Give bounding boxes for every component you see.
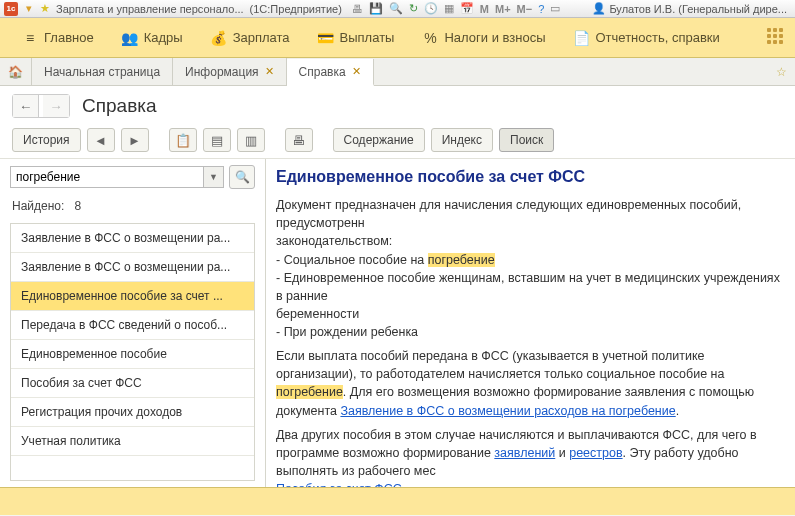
index-button[interactable]: Индекс [431,128,493,152]
money-icon: 💰 [211,30,227,46]
people-icon: 👥 [122,30,138,46]
menu-icon: ≡ [22,30,38,46]
scale-mminus-icon[interactable]: M− [517,3,533,15]
txt: Документ предназначен для начисления сле… [276,198,741,230]
save-icon[interactable]: 💾 [369,2,383,15]
titlebar: 1c ▾ ★ Зарплата и управление персонало..… [0,0,795,18]
list-item[interactable]: Передача в ФСС сведений о пособ... [11,311,254,340]
link-zayavlenie-fss[interactable]: Заявление в ФСС о возмещении расходов на… [340,404,675,418]
search-pane: ▼ 🔍 Найдено: 8 Заявление в ФСС о возмеще… [0,159,266,487]
wallet-icon: 💳 [318,30,334,46]
copy-button[interactable]: 📋 [169,128,197,152]
txt: - Социальное пособие на [276,253,428,267]
help-toolbar: История ◄ ► 📋 ▤ ▥ 🖶 Содержание Индекс По… [0,122,795,159]
layout1-button[interactable]: ▤ [203,128,231,152]
article-text: Если выплата пособий передана в ФСС (ука… [276,347,785,420]
txt: законодательством: [276,234,392,248]
menu-kadry[interactable]: 👥 Кадры [108,24,197,52]
txt: - Единовременное пособие женщинам, встав… [276,271,780,303]
txt: . [676,404,679,418]
tab-help[interactable]: Справка ✕ [287,59,374,86]
found-text: Найдено: [12,199,64,213]
favorite-icon[interactable]: ★ [37,1,53,17]
menu-nalogi[interactable]: % Налоги и взносы [408,24,559,52]
menu-otchetnost[interactable]: 📄 Отчетность, справки [560,24,734,52]
dropdown-icon[interactable]: ▾ [21,1,37,17]
search-tab-button[interactable]: Поиск [499,128,554,152]
app-logo-icon: 1c [4,2,18,16]
menu-main[interactable]: ≡ Главное [8,24,108,52]
clock-icon[interactable]: 🕓 [424,2,438,15]
list-item[interactable]: Регистрация прочих доходов [11,398,254,427]
list-item[interactable]: Единовременное пособие [11,340,254,369]
article-title: Единовременное пособие за счет ФСС [276,165,785,188]
article-pane: Единовременное пособие за счет ФСС Докум… [266,159,795,487]
footer-bar [0,487,795,515]
txt: . [402,482,405,487]
list-item[interactable]: Заявление в ФСС о возмещении ра... [11,224,254,253]
tab-label: Информация [185,65,258,79]
favorite-star-icon[interactable]: ☆ [768,58,795,85]
found-count: 8 [74,199,81,213]
back-history-button[interactable]: ◄ [87,128,115,152]
tab-label: Справка [299,65,346,79]
link-zayavleniy[interactable]: заявлений [494,446,555,460]
print-icon[interactable]: 🖶 [352,3,363,15]
percent-icon: % [422,30,438,46]
close-icon[interactable]: ✕ [352,65,361,78]
print-button[interactable]: 🖶 [285,128,313,152]
calc-icon[interactable]: ▦ [444,2,454,15]
search-row: ▼ 🔍 [10,165,255,189]
contents-button[interactable]: Содержание [333,128,425,152]
calendar-icon[interactable]: 📅 [460,2,474,15]
results-list: Заявление в ФСС о возмещении ра... Заявл… [10,223,255,481]
app-title: Зарплата и управление персонало... [56,3,244,15]
refresh-icon[interactable]: ↻ [409,2,418,15]
report-icon: 📄 [574,30,590,46]
article-text: Два других пособия в этом случае начисля… [276,426,785,487]
scale-m-icon[interactable]: M [480,3,489,15]
help-icon[interactable]: ? [538,3,544,15]
link-reestrov[interactable]: реестров [569,446,622,460]
close-icon[interactable]: ✕ [265,65,274,78]
forward-history-button[interactable]: ► [121,128,149,152]
highlight: погребение [428,253,495,267]
work-area: ▼ 🔍 Найдено: 8 Заявление в ФСС о возмеще… [0,159,795,487]
tab-label: Начальная страница [44,65,160,79]
menu-label: Главное [44,30,94,45]
list-item[interactable]: Пособия за счет ФСС [11,369,254,398]
nav-back-button[interactable]: ← [13,95,39,117]
search-dropdown-button[interactable]: ▼ [204,166,224,188]
txt: беременности [276,307,359,321]
tab-information[interactable]: Информация ✕ [173,58,286,85]
window-icon[interactable]: ▭ [550,2,560,15]
page-title: Справка [82,95,157,117]
list-item[interactable]: Заявление в ФСС о возмещении ра... [11,253,254,282]
titlebar-tools: 🖶 💾 🔍 ↻ 🕓 ▦ 📅 M M+ M− ? ▭ [352,2,560,15]
menu-vyplaty[interactable]: 💳 Выплаты [304,24,409,52]
highlight: погребение [276,385,343,399]
search-input[interactable] [10,166,204,188]
list-item[interactable]: Учетная политика [11,427,254,456]
nav-forward-button[interactable]: → [43,95,69,117]
user-label[interactable]: 👤 Булатов И.В. (Генеральный дире... [592,2,787,15]
tab-bar: 🏠 Начальная страница Информация ✕ Справк… [0,58,795,86]
history-button[interactable]: История [12,128,81,152]
search-go-button[interactable]: 🔍 [229,165,255,189]
nav-buttons: ← → [12,94,70,118]
list-item[interactable]: Единовременное пособие за счет ... [11,282,254,311]
menu-label: Кадры [144,30,183,45]
apps-grid-icon[interactable] [767,28,787,48]
menu-label: Отчетность, справки [596,30,720,45]
link-posobiya-fss[interactable]: Пособия за счет ФСС [276,482,402,487]
menu-zarplata[interactable]: 💰 Зарплата [197,24,304,52]
txt: - При рождении ребенка [276,325,418,339]
layout2-button[interactable]: ▥ [237,128,265,152]
platform-label: (1С:Предприятие) [250,3,342,15]
scale-mplus-icon[interactable]: M+ [495,3,511,15]
tab-home-icon[interactable]: 🏠 [0,58,32,85]
tab-start-page[interactable]: Начальная страница [32,58,173,85]
search-icon[interactable]: 🔍 [389,2,403,15]
txt: и [555,446,569,460]
txt: Если выплата пособий передана в ФСС (ука… [276,349,724,381]
